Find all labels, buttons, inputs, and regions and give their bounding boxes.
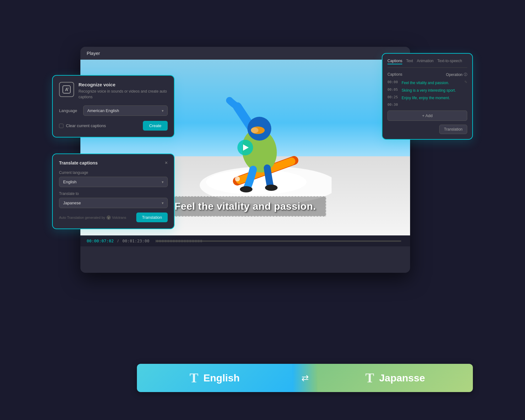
- english-lang-label: English: [203, 372, 240, 384]
- close-icon[interactable]: ×: [165, 160, 168, 165]
- checkbox-input[interactable]: [59, 124, 63, 128]
- captions-list: 00:00 Feel the vitality and passion. ✎ 0…: [387, 80, 467, 107]
- svg-point-11: [221, 178, 229, 186]
- current-lang-select[interactable]: English ▾: [59, 177, 168, 187]
- translate-to-select[interactable]: Japanese ▾: [59, 198, 168, 208]
- timeline[interactable]: [156, 240, 401, 242]
- clear-captions-checkbox[interactable]: Clear current captions: [59, 123, 106, 128]
- main-scene: Player: [43, 22, 482, 398]
- english-t-icon: T: [190, 370, 198, 385]
- player-titlebar: Player: [80, 47, 410, 60]
- language-value: American English: [87, 108, 119, 113]
- language-label: Language: [59, 108, 79, 113]
- svg-point-10: [235, 176, 240, 181]
- add-button[interactable]: + Add: [387, 110, 467, 121]
- captions-row-header: Captions Operation ⓘ: [387, 72, 467, 77]
- caption-text-3[interactable]: Enjoy life, enjoy the moment.: [402, 95, 467, 101]
- recognize-text: Recognize voice Recognize voice in sound…: [78, 82, 168, 100]
- translation-banner: T English ⇄ T Japansse: [137, 364, 473, 392]
- translate-title: Translate captions: [59, 160, 98, 165]
- caption-text-1[interactable]: Feel the vitality and passion.: [402, 80, 461, 86]
- caption-time-2: 00:05: [387, 88, 398, 92]
- operation-col: Operation ⓘ: [446, 72, 467, 77]
- caption-item-4: 00:30: [387, 103, 467, 107]
- tab-animation[interactable]: Animation: [417, 59, 433, 64]
- caption-text-2[interactable]: Skiing is a very interesting sport.: [402, 88, 467, 93]
- translate-panel: Translate captions × Current language En…: [52, 153, 175, 229]
- edit-icon-1[interactable]: ✎: [464, 80, 467, 84]
- caption-overlay: Feel the vitality and passion.: [165, 196, 326, 217]
- recognize-icon: A ±: [59, 82, 74, 97]
- caption-text: Feel the vitality and passion.: [175, 201, 316, 212]
- svg-text:±: ±: [68, 87, 69, 90]
- translate-header: Translate captions ×: [59, 160, 168, 165]
- caption-time-4: 00:30: [387, 103, 398, 107]
- create-button[interactable]: Create: [143, 121, 168, 131]
- recognize-desc: Recognize voice in sounds or videos and …: [78, 89, 168, 100]
- time-separator: /: [117, 239, 119, 243]
- japanese-t-icon: T: [365, 370, 374, 385]
- recognize-title: Recognize voice: [78, 82, 168, 87]
- caption-time-1: 00:00: [387, 80, 398, 84]
- tab-text-to-speech[interactable]: Text-to-speech: [437, 59, 462, 64]
- recognize-bottom: Clear current captions Create: [59, 121, 168, 131]
- chevron-down-icon: ▾: [162, 201, 164, 205]
- translate-footer: Auto Translation generated by V Volctran…: [59, 213, 168, 222]
- player-title: Player: [87, 51, 100, 56]
- captions-tabs: Captions Text Animation Text-to-speech: [387, 59, 467, 68]
- japanese-lang-label: Japansse: [379, 372, 425, 384]
- time-total: 00:01:23:00: [122, 239, 149, 243]
- tab-captions[interactable]: Captions: [387, 59, 402, 64]
- play-button[interactable]: [237, 140, 253, 155]
- current-lang-value: English: [63, 180, 77, 184]
- captions-col-label: Captions: [387, 72, 402, 77]
- tab-text[interactable]: Text: [406, 59, 413, 64]
- svg-point-14: [214, 175, 217, 179]
- chevron-down-icon: ▾: [162, 109, 164, 113]
- svg-point-8: [240, 186, 252, 192]
- recognize-header: A ± Recognize voice Recognize voice in s…: [59, 82, 168, 100]
- current-lang-label: Current language: [59, 170, 168, 175]
- clear-captions-label: Clear current captions: [66, 123, 106, 128]
- svg-point-12: [281, 174, 288, 180]
- banner-arrows: ⇄: [292, 364, 317, 392]
- translate-to-value: Japanese: [63, 201, 81, 205]
- language-row: Language American English ▾: [59, 105, 168, 116]
- svg-text:V: V: [108, 216, 110, 219]
- banner-right: T Japansse: [317, 364, 473, 392]
- language-select[interactable]: American English ▾: [83, 105, 168, 116]
- play-icon: [243, 144, 249, 151]
- translation-label-button[interactable]: Translation: [439, 125, 467, 134]
- svg-point-7: [251, 127, 258, 133]
- svg-point-13: [295, 178, 300, 183]
- info-icon: ⓘ: [464, 72, 467, 77]
- chevron-down-icon: ▾: [162, 180, 164, 184]
- translate-to-label: Translate to: [59, 191, 168, 196]
- caption-time-3: 00:25: [387, 95, 398, 99]
- caption-item-2: 00:05 Skiing is a very interesting sport…: [387, 88, 467, 93]
- banner-left: T English: [137, 364, 292, 392]
- snowboarder-svg: [175, 66, 332, 204]
- caption-item-3: 00:25 Enjoy life, enjoy the moment.: [387, 95, 467, 101]
- captions-panel: Captions Text Animation Text-to-speech C…: [382, 53, 473, 140]
- translation-button[interactable]: Translation: [136, 213, 168, 222]
- time-current: 00:00:07:02: [87, 239, 114, 243]
- player-controls: 00:00:07:02 / 00:01:23:00: [80, 235, 410, 246]
- caption-item-1: 00:00 Feel the vitality and passion. ✎: [387, 80, 467, 86]
- auto-translation-text: Auto Translation generated by V Volctran…: [59, 215, 126, 220]
- svg-point-9: [265, 185, 278, 191]
- recognize-panel: A ± Recognize voice Recognize voice in s…: [52, 75, 175, 137]
- swap-arrows-icon: ⇄: [301, 373, 309, 383]
